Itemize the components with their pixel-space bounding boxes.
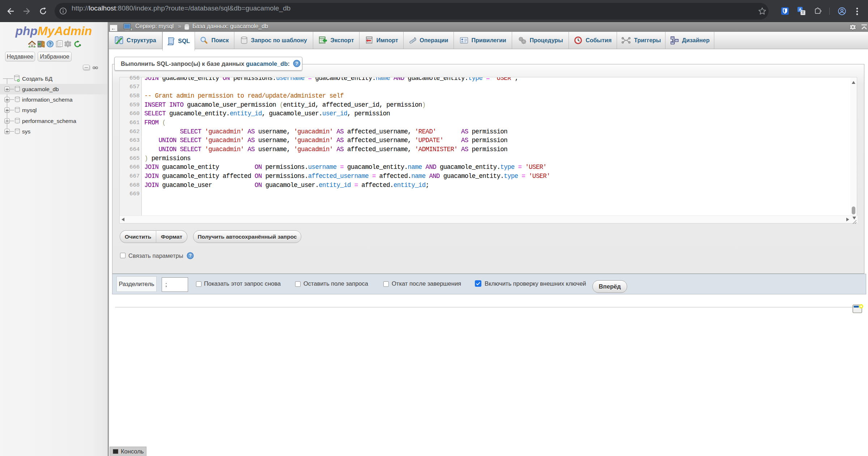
svg-text:?: ?: [49, 42, 52, 47]
svg-text:?: ?: [189, 253, 192, 258]
svg-text:?: ?: [295, 61, 298, 66]
